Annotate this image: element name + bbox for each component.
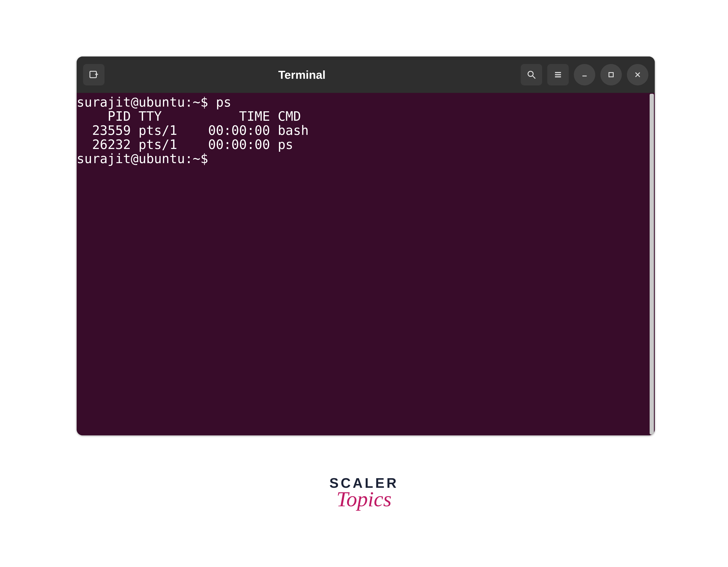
search-icon <box>526 70 537 80</box>
menu-button[interactable] <box>547 64 569 85</box>
ps-row: 23559 pts/1 00:00:00 bash <box>77 123 309 138</box>
svg-rect-9 <box>609 73 613 77</box>
brand-logo: SCALER Topics <box>329 475 398 511</box>
maximize-button[interactable] <box>600 64 622 85</box>
minimize-button[interactable] <box>574 64 595 85</box>
prompt: surajit@ubuntu:~$ <box>77 95 216 110</box>
window-title: Terminal <box>88 68 516 81</box>
command-text: ps <box>216 95 231 110</box>
ps-header: PID TTY TIME CMD <box>77 109 301 124</box>
prompt: surajit@ubuntu:~$ <box>77 151 216 166</box>
terminal-window: Terminal <box>77 57 655 435</box>
terminal-output[interactable]: surajit@ubuntu:~$ ps PID TTY TIME CMD 23… <box>77 93 650 435</box>
brand-subtitle: Topics <box>329 487 398 511</box>
maximize-icon <box>606 70 616 80</box>
svg-line-4 <box>533 76 535 79</box>
titlebar-right-group <box>521 64 648 85</box>
titlebar: Terminal <box>77 57 655 93</box>
close-button[interactable] <box>627 64 648 85</box>
minimize-icon <box>579 70 590 80</box>
svg-point-3 <box>528 71 533 76</box>
terminal-body[interactable]: surajit@ubuntu:~$ ps PID TTY TIME CMD 23… <box>77 93 655 435</box>
ps-row: 26232 pts/1 00:00:00 ps <box>77 137 293 152</box>
search-button[interactable] <box>521 64 542 85</box>
hamburger-icon <box>553 70 563 80</box>
close-icon <box>633 70 643 80</box>
scrollbar[interactable] <box>650 94 654 434</box>
